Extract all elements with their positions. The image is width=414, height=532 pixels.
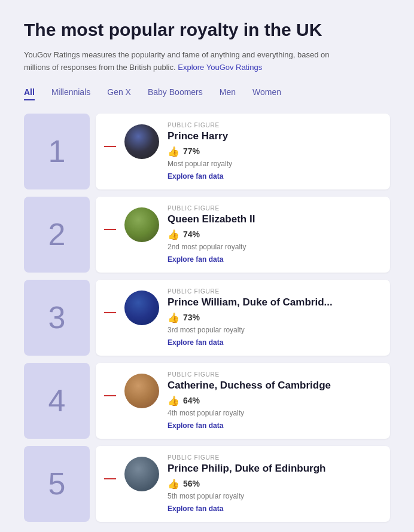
rank-card-4: —PUBLIC FIGURECatherine, Duchess of Camb… [96,363,390,439]
card-info-1: PUBLIC FIGUREPrince Harry👍77%Most popula… [168,122,379,181]
rank-row-5: 5—PUBLIC FIGUREPrince Philip, Duke of Ed… [24,446,390,522]
rank-dash: — [104,471,116,485]
figure-label: PUBLIC FIGURE [168,205,379,212]
figure-label: PUBLIC FIGURE [168,288,379,295]
thumbs-up-icon: 👍 [168,312,179,323]
explore-fan-data-link[interactable]: Explore fan data [168,338,223,347]
popularity-percent: 74% [183,230,200,239]
page-title: The most popular royalty in the UK [24,19,390,41]
rank-row-3: 3—PUBLIC FIGUREPrince William, Duke of C… [24,280,390,356]
card-info-4: PUBLIC FIGURECatherine, Duchess of Cambr… [168,371,379,430]
popularity-row: 👍56% [168,478,379,490]
popularity-percent: 56% [183,479,200,488]
filter-tabs: AllMillennialsGen XBaby BoomersMenWomen [24,87,390,100]
rank-dash: — [104,388,116,402]
rank-row-4: 4—PUBLIC FIGURECatherine, Duchess of Cam… [24,363,390,439]
popularity-description: Most popular royalty [168,160,379,168]
person-name: Prince Philip, Duke of Edinburgh [168,463,379,475]
popularity-row: 👍77% [168,146,379,157]
rank-row-2: 2—PUBLIC FIGUREQueen Elizabeth II👍74%2nd… [24,197,390,273]
tab-all[interactable]: All [24,87,35,100]
rank-number: 5 [48,466,66,502]
card-info-5: PUBLIC FIGUREPrince Philip, Duke of Edin… [168,454,379,513]
subtitle: YouGov Ratings measures the popularity a… [24,49,335,74]
tab-millennials[interactable]: Millennials [51,87,90,100]
rank-number-box-4: 4 [24,363,90,439]
rank-card-2: —PUBLIC FIGUREQueen Elizabeth II👍74%2nd … [96,197,390,273]
card-info-2: PUBLIC FIGUREQueen Elizabeth II👍74%2nd m… [168,205,379,264]
rank-dash: — [104,222,116,236]
rank-number: 2 [48,216,66,252]
rankings-list: 1—PUBLIC FIGUREPrince Harry👍77%Most popu… [24,114,390,522]
rank-card-3: —PUBLIC FIGUREPrince William, Duke of Ca… [96,280,390,356]
explore-fan-data-link[interactable]: Explore fan data [168,421,223,430]
person-name: Prince William, Duke of Cambrid... [168,296,379,308]
rank-card-1: —PUBLIC FIGUREPrince Harry👍77%Most popul… [96,114,390,189]
explore-fan-data-link[interactable]: Explore fan data [168,505,223,513]
person-name: Prince Harry [168,130,379,142]
popularity-row: 👍64% [168,395,379,406]
explore-ratings-link[interactable]: Explore YouGov Ratings [178,63,262,72]
figure-label: PUBLIC FIGURE [168,122,379,129]
rank-number-box-1: 1 [24,114,90,189]
popularity-description: 4th most popular royalty [168,409,379,417]
avatar-3 [124,291,159,325]
thumbs-up-icon: 👍 [168,146,179,157]
avatar-5 [124,457,159,491]
rank-dash: — [104,305,116,319]
popularity-percent: 77% [183,146,200,156]
figure-label: PUBLIC FIGURE [168,454,379,461]
rank-number: 1 [48,133,66,169]
figure-label: PUBLIC FIGURE [168,371,379,378]
explore-fan-data-link[interactable]: Explore fan data [168,172,223,181]
popularity-row: 👍74% [168,229,379,240]
popularity-percent: 64% [183,396,200,405]
popularity-percent: 73% [183,313,200,322]
tab-genx[interactable]: Gen X [107,87,131,100]
tab-men[interactable]: Men [220,87,236,100]
tab-women[interactable]: Women [252,87,281,100]
rank-row-1: 1—PUBLIC FIGUREPrince Harry👍77%Most popu… [24,114,390,189]
avatar-2 [124,207,159,242]
explore-fan-data-link[interactable]: Explore fan data [168,255,223,264]
popularity-description: 2nd most popular royalty [168,243,379,251]
rank-card-5: —PUBLIC FIGUREPrince Philip, Duke of Edi… [96,446,390,522]
rank-number-box-5: 5 [24,446,90,522]
rank-dash: — [104,139,116,152]
rank-number-box-2: 2 [24,197,90,273]
avatar-4 [124,374,159,408]
thumbs-up-icon: 👍 [168,395,179,406]
person-name: Catherine, Duchess of Cambridge [168,380,379,392]
card-info-3: PUBLIC FIGUREPrince William, Duke of Cam… [168,288,379,347]
rank-number-box-3: 3 [24,280,90,356]
popularity-description: 3rd most popular royalty [168,326,379,334]
thumbs-up-icon: 👍 [168,229,179,240]
popularity-row: 👍73% [168,312,379,323]
person-name: Queen Elizabeth II [168,213,379,225]
popularity-description: 5th most popular royalty [168,492,379,500]
rank-number: 4 [48,383,66,418]
tab-boomers[interactable]: Baby Boomers [148,87,203,100]
thumbs-up-icon: 👍 [168,478,179,490]
rank-number: 3 [48,299,66,335]
avatar-1 [124,124,159,159]
